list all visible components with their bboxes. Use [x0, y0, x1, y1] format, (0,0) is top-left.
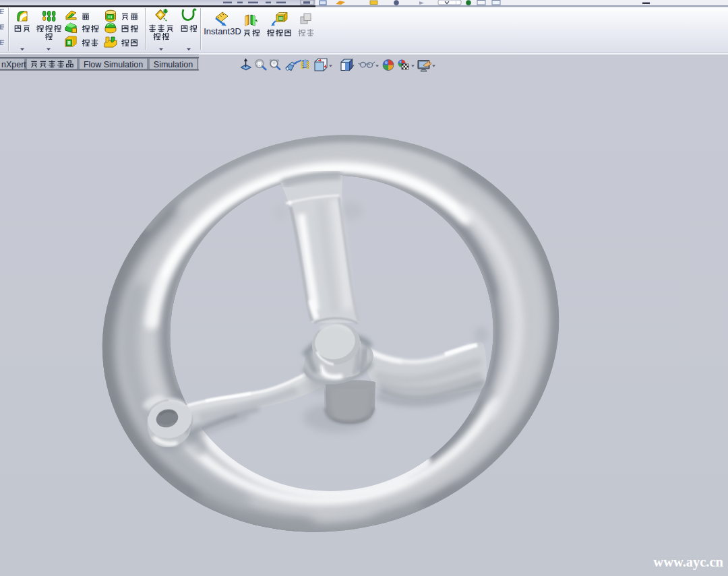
svg-text:nXpert: nXpert — [1, 60, 26, 69]
svg-text:Instant3D: Instant3D — [204, 26, 241, 36]
svg-text:www.ayc.cn: www.ayc.cn — [653, 554, 723, 570]
svg-text:Flow Simulation: Flow Simulation — [84, 60, 143, 69]
svg-text:Simulation: Simulation — [154, 60, 193, 69]
